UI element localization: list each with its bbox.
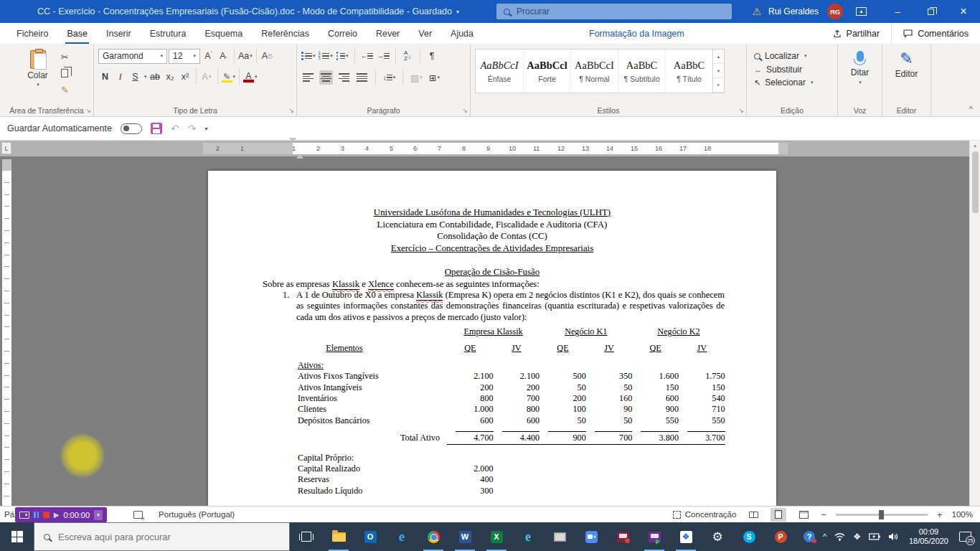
- recording-options-icon[interactable]: ▾: [94, 510, 103, 520]
- taskbar-settings[interactable]: ⚙: [702, 522, 733, 551]
- autosave-toggle[interactable]: [121, 123, 142, 134]
- shading-button[interactable]: ▨▾: [410, 70, 423, 85]
- redo-button[interactable]: ↷: [188, 123, 197, 134]
- format-painter-button[interactable]: ✎: [58, 83, 72, 97]
- text-effects-button[interactable]: A▾: [200, 70, 214, 84]
- taskbar-recorder-2[interactable]: [639, 522, 670, 551]
- language-indicator[interactable]: Português (Portugal): [159, 510, 235, 519]
- replace-button[interactable]: ↔Substituir: [754, 65, 830, 75]
- help-tray-icon[interactable]: ?: [804, 531, 815, 542]
- taskbar-zoom-app[interactable]: [575, 522, 607, 551]
- multilevel-list-button[interactable]: ▾: [336, 49, 349, 63]
- task-view-button[interactable]: [290, 522, 323, 551]
- taskbar-dropbox[interactable]: ❖: [670, 522, 702, 551]
- ribbon-display-options-icon[interactable]: ▴: [856, 7, 867, 16]
- styles-more-button[interactable]: ≡: [713, 78, 724, 93]
- taskbar-search-input[interactable]: [58, 532, 280, 542]
- qat-customize-button[interactable]: ▾: [204, 126, 207, 132]
- show-marks-button[interactable]: ¶: [425, 49, 439, 63]
- web-layout-button[interactable]: [796, 508, 811, 522]
- taskbar-clock[interactable]: 00:09 18/05/2020: [909, 527, 948, 547]
- close-button[interactable]: ×: [947, 0, 980, 23]
- cut-button[interactable]: ✂: [58, 50, 72, 64]
- avatar[interactable]: RG: [827, 4, 843, 19]
- save-button[interactable]: [151, 123, 162, 134]
- titlebar-search[interactable]: [496, 4, 732, 19]
- tab-ajuda[interactable]: Ajuda: [441, 23, 483, 44]
- zoom-level[interactable]: 100%: [952, 510, 973, 519]
- copy-button[interactable]: [58, 66, 72, 80]
- tab-inserir[interactable]: Inserir: [97, 23, 141, 44]
- collapse-ribbon-button[interactable]: ^: [969, 105, 973, 113]
- taskbar-excel[interactable]: X: [481, 522, 512, 551]
- minimize-button[interactable]: –: [881, 0, 914, 23]
- read-mode-button[interactable]: [745, 508, 761, 522]
- notification-center-icon[interactable]: 25: [959, 532, 971, 542]
- warning-icon[interactable]: ⚠: [752, 6, 761, 17]
- paragraph-dialog-launcher[interactable]: ↘: [462, 107, 468, 114]
- tray-expand-icon[interactable]: ^: [823, 532, 826, 541]
- restore-button[interactable]: [914, 0, 947, 23]
- dropbox-tray-icon[interactable]: ❖: [853, 532, 861, 542]
- volume-icon[interactable]: [888, 532, 898, 541]
- paste-button[interactable]: Colar ▾: [22, 48, 54, 97]
- taskbar-powerpoint[interactable]: P: [765, 522, 796, 551]
- editor-button[interactable]: ✎ Editor: [887, 48, 926, 79]
- superscript-button[interactable]: x²: [179, 70, 192, 84]
- change-case-button[interactable]: Aa▾: [238, 49, 253, 63]
- italic-button[interactable]: I: [113, 70, 127, 84]
- dictate-button[interactable]: Ditar ▾: [842, 48, 877, 85]
- scroll-up-arrow[interactable]: ▴: [974, 143, 976, 149]
- font-name-select[interactable]: Garamond ▾: [98, 49, 167, 64]
- battery-icon[interactable]: [869, 533, 880, 540]
- tab-rever[interactable]: Rever: [367, 23, 409, 44]
- justify-button[interactable]: [355, 70, 369, 85]
- search-input[interactable]: [517, 6, 725, 17]
- subscript-button[interactable]: x₂: [164, 70, 177, 84]
- taskbar-outlook[interactable]: O: [354, 522, 386, 551]
- style-normal[interactable]: AaBbCcI ¶ Normal: [570, 50, 618, 93]
- style-subtitulo[interactable]: AaBbC ¶ Subtítulo: [618, 50, 665, 93]
- zoom-in-button[interactable]: +: [937, 509, 943, 520]
- borders-button[interactable]: ⊞▾: [428, 70, 441, 85]
- taskbar-recorder-1[interactable]: [607, 522, 639, 551]
- styles-scroll-down[interactable]: ▾: [713, 64, 724, 78]
- scrollbar-thumb[interactable]: [972, 151, 979, 213]
- tab-ver[interactable]: Ver: [409, 23, 441, 44]
- taskbar-chrome[interactable]: [418, 522, 449, 551]
- sort-button[interactable]: AZ↓: [401, 49, 415, 63]
- tab-selector[interactable]: L: [1, 142, 11, 154]
- line-spacing-button[interactable]: ↕▾: [382, 70, 396, 85]
- tab-estrutura[interactable]: Estrutura: [141, 23, 196, 44]
- tab-ficheiro[interactable]: Ficheiro: [7, 23, 57, 44]
- styles-dialog-launcher[interactable]: ↘: [738, 107, 744, 114]
- style-enfase[interactable]: AaBbCcI Ênfase: [476, 50, 523, 93]
- zoom-slider[interactable]: [836, 514, 928, 516]
- comments-button[interactable]: Comentários: [891, 23, 980, 44]
- taskbar-edge[interactable]: e: [386, 522, 418, 551]
- tab-esquema[interactable]: Esquema: [195, 23, 252, 44]
- clear-formatting-button[interactable]: A◇: [260, 49, 274, 63]
- underline-chevron-icon[interactable]: ▾: [144, 74, 147, 80]
- bold-button[interactable]: N: [98, 70, 112, 84]
- taskbar-word[interactable]: W: [449, 522, 481, 551]
- taskbar-skype[interactable]: S: [733, 522, 765, 551]
- horizontal-ruler[interactable]: 2 1 1 2 3 4 5 6 7 8 9 10 11 12 13 14 15 …: [203, 143, 788, 154]
- find-button[interactable]: Localizar▾: [754, 51, 830, 61]
- taskbar-internet-explorer[interactable]: e: [512, 522, 544, 551]
- zoom-slider-thumb[interactable]: [879, 510, 884, 519]
- clipboard-dialog-launcher[interactable]: ↘: [85, 107, 91, 114]
- zoom-out-button[interactable]: −: [821, 509, 826, 520]
- focus-mode-button[interactable]: Concentração: [673, 510, 737, 519]
- tab-base[interactable]: Base: [57, 23, 97, 44]
- align-center-button[interactable]: [319, 70, 333, 85]
- indent-marker[interactable]: [289, 142, 296, 155]
- grow-font-button[interactable]: Aˆ: [202, 49, 215, 63]
- undo-button[interactable]: ↶: [171, 123, 179, 134]
- style-forte[interactable]: AaBbCcl Forte: [523, 50, 570, 93]
- stop-icon[interactable]: [43, 512, 50, 518]
- start-button[interactable]: [0, 522, 34, 551]
- font-color-button[interactable]: A▾: [243, 70, 258, 84]
- shrink-font-button[interactable]: Aˇ: [217, 49, 230, 63]
- saved-chevron-icon[interactable]: ▾: [456, 9, 459, 15]
